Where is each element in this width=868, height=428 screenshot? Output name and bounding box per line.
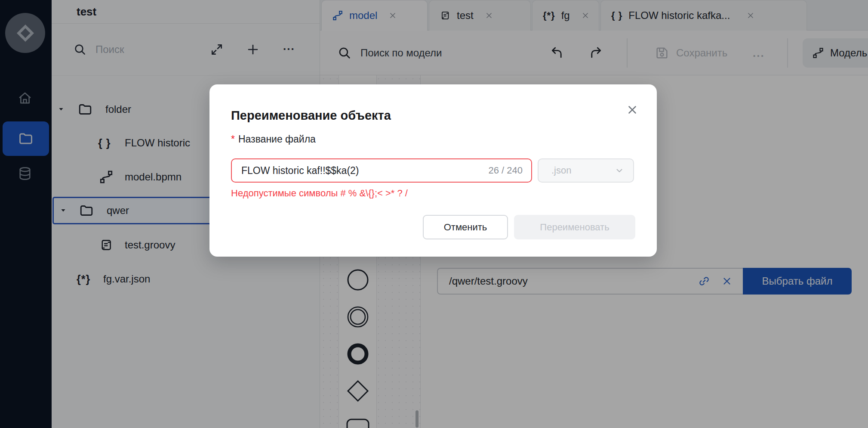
cancel-button[interactable]: Отменить xyxy=(423,215,508,239)
rename-button[interactable]: Переименовать xyxy=(514,215,635,239)
filename-input[interactable] xyxy=(240,164,482,177)
filename-field-label: *Название файла xyxy=(231,133,316,145)
chevron-down-icon xyxy=(614,165,625,176)
filename-label-text: Название файла xyxy=(238,133,316,145)
close-icon xyxy=(626,103,639,116)
filename-input-wrap: 26 / 240 xyxy=(231,158,532,183)
rename-object-dialog: Переименование объекта *Название файла 2… xyxy=(209,84,657,257)
validation-error-text: Недопустимые символы # % &\{};< >* ? / xyxy=(231,188,408,199)
dialog-title: Переименование объекта xyxy=(231,109,391,123)
extension-select[interactable]: .json xyxy=(538,158,634,183)
dialog-close-button[interactable] xyxy=(626,103,639,116)
required-asterisk: * xyxy=(231,133,235,145)
char-counter: 26 / 240 xyxy=(488,165,523,176)
extension-value: .json xyxy=(551,165,614,176)
